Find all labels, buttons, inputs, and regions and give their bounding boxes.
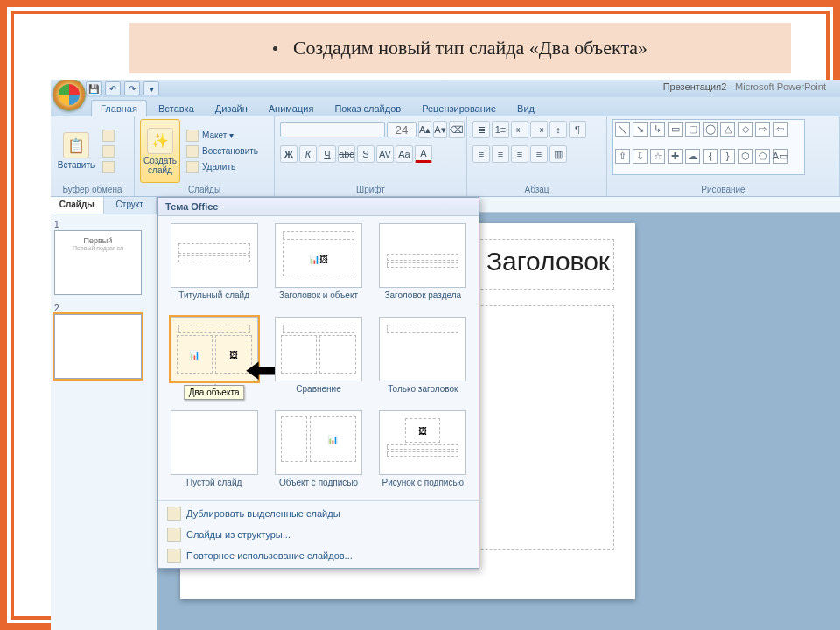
group-label-clipboard: Буфер обмена [56, 183, 129, 194]
bold-button[interactable]: Ж [280, 145, 298, 163]
delete-slide-button[interactable]: Удалить [184, 160, 261, 174]
tab-design[interactable]: Дизайн [206, 100, 257, 116]
qat-customize-button[interactable]: ▾ [144, 81, 159, 95]
shape-triangle-icon[interactable]: △ [720, 122, 735, 136]
tab-view[interactable]: Вид [508, 100, 544, 116]
clear-format-button[interactable]: ⌫ [449, 121, 465, 138]
shape-arrow-icon[interactable]: ↘ [633, 122, 648, 136]
new-slide-button[interactable]: ✨ Создать слайд [140, 119, 180, 183]
clipboard-icon: 📋 [63, 132, 89, 158]
shape-plus-icon[interactable]: ✚ [668, 149, 682, 164]
font-name-combo[interactable] [280, 122, 385, 137]
outline-tab[interactable]: Структ [104, 197, 158, 214]
shape-pent-icon[interactable]: ⬠ [755, 149, 770, 164]
shape-callout-icon[interactable]: ☁ [685, 149, 700, 164]
columns-button[interactable]: ▥ [550, 145, 567, 163]
quick-access-toolbar: 💾 ↶ ↷ ▾ [86, 81, 159, 95]
qat-redo-button[interactable]: ↷ [124, 81, 140, 95]
text-direction-button[interactable]: ¶ [569, 121, 586, 138]
layout-two-content[interactable]: 📊🖼 Два объекта ⬅ Два объекта [167, 317, 261, 403]
tab-insert[interactable]: Вставка [149, 100, 204, 116]
font-size-combo[interactable] [387, 122, 416, 137]
window-title: Презентация2 - Microsoft PowerPoint [663, 81, 826, 92]
layout-tooltip: Два объекта [184, 385, 245, 400]
shape-oval-icon[interactable]: ◯ [703, 122, 718, 136]
layout-gallery-popup: Тема Office Титульный слайд 📊🖼 Заголовок… [158, 197, 480, 569]
powerpoint-window: 💾 ↶ ↷ ▾ Презентация2 - Microsoft PowerPo… [51, 80, 840, 630]
underline-button[interactable]: Ч [318, 145, 336, 163]
tab-home[interactable]: Главная [91, 100, 147, 116]
duplicate-icon [167, 507, 181, 521]
shape-brace-icon[interactable]: { [703, 149, 718, 164]
case-button[interactable]: Aa [396, 145, 413, 163]
layout-title-slide[interactable]: Титульный слайд [167, 223, 261, 310]
shapes-gallery[interactable]: ＼ ↘ ↳ ▭ ▢ ◯ △ ◇ ⇨ ⇦ ⇧ ⇩ ☆ ✚ ☁ { } [612, 119, 805, 175]
shape-diamond-icon[interactable]: ◇ [738, 122, 752, 136]
shape-line-icon[interactable]: ＼ [615, 122, 630, 136]
reset-icon [186, 145, 199, 158]
shape-hex-icon[interactable]: ⬡ [738, 149, 752, 164]
cut-button[interactable] [100, 129, 117, 143]
group-label-slides: Слайды [140, 183, 269, 194]
copy-icon [102, 145, 115, 158]
instruction-banner: Создадим новый тип слайда «Два объекта» [130, 23, 791, 74]
layout-comparison[interactable]: Сравнение [271, 317, 365, 403]
tab-slideshow[interactable]: Показ слайдов [325, 100, 410, 116]
shape-roundrect-icon[interactable]: ▢ [685, 122, 700, 136]
align-right-button[interactable]: ≡ [511, 145, 528, 163]
reset-button[interactable]: Восстановить [184, 144, 261, 158]
font-color-button[interactable]: A [415, 145, 432, 163]
shape-textbox-icon[interactable]: A▭ [773, 149, 788, 164]
justify-button[interactable]: ≡ [530, 145, 548, 163]
format-painter-button[interactable] [100, 160, 117, 174]
slide-thumbnail-1[interactable]: Первый Первый подзаг сл [54, 230, 142, 295]
layout-title-content[interactable]: 📊🖼 Заголовок и объект [271, 223, 365, 310]
paste-button[interactable]: 📋 Вставить [56, 119, 96, 183]
shape-star-icon[interactable]: ☆ [650, 149, 665, 164]
shape-connector-icon[interactable]: ↳ [650, 122, 665, 136]
indent-less-button[interactable]: ⇤ [511, 121, 528, 138]
ribbon: 📋 Вставить Буфер обмена ✨ Создать слайд [51, 116, 840, 197]
align-left-button[interactable]: ≡ [472, 145, 490, 163]
shape-brace2-icon[interactable]: } [720, 149, 735, 164]
strike-button[interactable]: abc [338, 145, 355, 163]
thumb-number: 2 [54, 304, 63, 313]
grow-font-button[interactable]: A▴ [418, 121, 431, 138]
copy-button[interactable] [100, 144, 117, 158]
slide-thumbnail-2[interactable] [54, 314, 142, 379]
align-center-button[interactable]: ≡ [492, 145, 509, 163]
reuse-slides-cmd[interactable]: Повторное использование слайдов... [158, 545, 479, 566]
slides-tab[interactable]: Слайды [51, 197, 104, 214]
tab-review[interactable]: Рецензирование [412, 100, 506, 116]
layout-blank[interactable]: Пустой слайд [167, 410, 261, 497]
new-slide-icon: ✨ [147, 128, 173, 154]
tab-animation[interactable]: Анимация [259, 100, 324, 116]
shape-uparrow-icon[interactable]: ⇧ [615, 149, 630, 164]
italic-button[interactable]: К [299, 145, 317, 163]
shape-downarrow-icon[interactable]: ⇩ [633, 149, 648, 164]
qat-undo-button[interactable]: ↶ [105, 81, 121, 95]
qat-save-button[interactable]: 💾 [86, 81, 102, 95]
gallery-header: Тема Office [158, 198, 479, 216]
layout-content-caption[interactable]: 📊 Объект с подписью [271, 410, 365, 497]
shape-leftarrow-icon[interactable]: ⇦ [773, 122, 788, 136]
shape-rect-icon[interactable]: ▭ [668, 122, 682, 136]
shrink-font-button[interactable]: A▾ [433, 121, 446, 138]
layout-title-only[interactable]: Только заголовок [376, 317, 470, 403]
thumb-number: 1 [54, 220, 63, 229]
layout-section-header[interactable]: Заголовок раздела [376, 223, 470, 310]
numbering-button[interactable]: 1≡ [492, 121, 509, 138]
bullets-button[interactable]: ≣ [472, 121, 490, 138]
spacing-button[interactable]: AV [376, 145, 394, 163]
scissors-icon [102, 130, 115, 142]
line-spacing-button[interactable]: ↕ [550, 121, 567, 138]
brush-icon [102, 161, 115, 173]
layout-button[interactable]: Макет ▾ [184, 129, 261, 143]
shape-rightarrow-icon[interactable]: ⇨ [755, 122, 770, 136]
shadow-button[interactable]: S [357, 145, 374, 163]
duplicate-slides-cmd[interactable]: Дублировать выделенные слайды [158, 503, 479, 524]
indent-more-button[interactable]: ⇥ [530, 121, 548, 138]
slides-from-outline-cmd[interactable]: Слайды из структуры... [158, 524, 479, 545]
slides-pane: Слайды Структ 1 Первый Первый подзаг сл … [51, 197, 158, 630]
layout-picture-caption[interactable]: 🖼 Рисунок с подписью [376, 410, 470, 497]
